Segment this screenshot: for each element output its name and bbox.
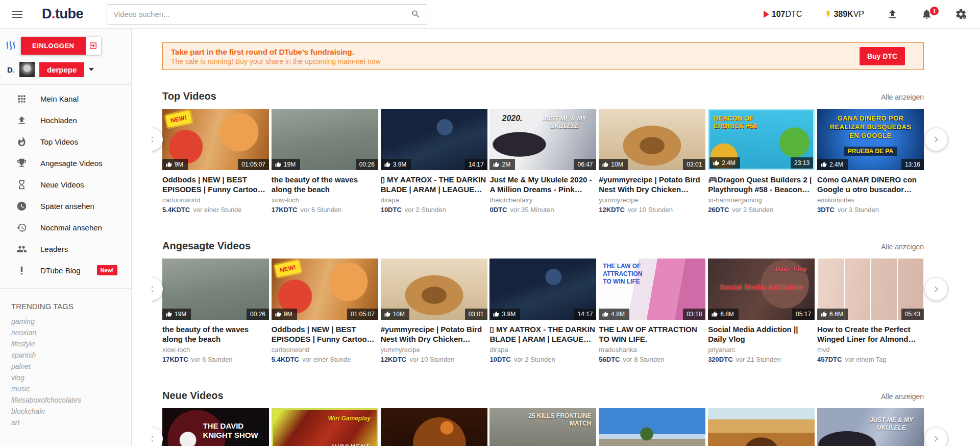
video-channel[interactable]: cartoonworld: [162, 196, 269, 204]
trending-tag[interactable]: lifestyle: [0, 338, 131, 349]
video-thumbnail[interactable]: JUST ME & MY UKULELE 2020. 2M 06:47: [489, 109, 596, 170]
trending-tag[interactable]: lifeisaboxofchocolates: [0, 394, 131, 406]
video-title[interactable]: How to Create the Perfect Winged Liner f…: [817, 324, 924, 344]
video-thumbnail[interactable]: BEACON OF ERDRICK #58 2.4M 23:13: [708, 109, 815, 170]
notifications-button[interactable]: 1: [921, 8, 933, 20]
video-channel[interactable]: madushanka: [599, 346, 705, 354]
video-thumbnail[interactable]: JUST ME & MY UKULELE: [817, 408, 924, 446]
trending-tag[interactable]: art: [0, 417, 131, 428]
video-card[interactable]: 10M 03:01 #yummyrecipe | Potato Bird Nes…: [599, 109, 705, 214]
video-title[interactable]: ▯ MY AATROX - THE DARKIN BLADE | ARAM | …: [381, 175, 487, 194]
video-thumbnail[interactable]: NEW! 9M 01:05:07: [272, 259, 378, 320]
video-card[interactable]: 3.9M 14:17 ▯ MY AATROX - THE DARKIN BLAD…: [489, 259, 596, 363]
video-thumbnail[interactable]: 6.6M 05:43: [817, 259, 924, 320]
video-card[interactable]: NEW! 9M 01:05:07 Oddbods | NEW | BEST EP…: [162, 109, 269, 214]
video-thumbnail[interactable]: 3.9M 14:17: [381, 109, 487, 170]
settings-button[interactable]: [955, 8, 967, 20]
video-card[interactable]: [599, 408, 705, 446]
video-thumbnail[interactable]: 19M 00:26: [162, 259, 269, 320]
video-title[interactable]: 🎮Dragon Quest Builders 2 | Playthrough #…: [708, 175, 815, 194]
trending-tag[interactable]: spanish: [0, 349, 131, 361]
buy-dtc-button[interactable]: Buy DTC: [860, 47, 905, 65]
carousel-prev-button[interactable]: [140, 278, 163, 300]
sidebar-item-angesagte-videos[interactable]: Angesagte Videos: [0, 152, 131, 174]
video-card[interactable]: Wiri Gameplay JUDGMENT: [272, 408, 378, 446]
sidebar-item-hochladen[interactable]: Hochladen: [0, 109, 131, 131]
video-card[interactable]: Social Media Addiction Daily Vlog 6.8M 0…: [708, 259, 815, 363]
trending-tag[interactable]: blockchain: [0, 406, 131, 417]
show-all-link[interactable]: Alle anzeigen: [881, 93, 924, 101]
video-card[interactable]: 25 KILLS FRONTLINE MATCH: [489, 408, 596, 446]
video-card[interactable]: GANA DINERO POR REALIZAR BUSQUEDAS EN GO…: [817, 109, 924, 214]
video-title[interactable]: #yummyrecipe | Potato Bird Nest With Dry…: [599, 175, 705, 194]
video-title[interactable]: #yummyrecipe | Potato Bird Nest With Dry…: [381, 324, 487, 344]
chevron-down-icon[interactable]: [89, 68, 94, 71]
video-channel[interactable]: xr-hammergaming: [708, 196, 815, 204]
video-channel[interactable]: xiow-loch: [272, 196, 378, 204]
trending-tag[interactable]: palnet: [0, 361, 131, 372]
sidebar-item-top-videos[interactable]: Top Videos: [0, 131, 131, 152]
username-chip[interactable]: derpepe: [39, 62, 84, 77]
video-card[interactable]: NEW! 9M 01:05:07 Oddbods | NEW | BEST EP…: [272, 259, 378, 363]
video-title[interactable]: Social Media Addiction || Daily Vlog: [708, 324, 815, 344]
video-channel[interactable]: priyanarc: [708, 346, 815, 354]
video-card[interactable]: 6.6M 05:43 How to Create the Perfect Win…: [817, 259, 924, 363]
video-channel[interactable]: cartoonworld: [272, 346, 378, 354]
video-thumbnail[interactable]: [599, 408, 705, 446]
video-thumbnail[interactable]: 10M 03:01: [381, 259, 487, 320]
upload-button[interactable]: [887, 8, 898, 20]
video-channel[interactable]: dirapa: [381, 196, 487, 204]
show-all-link[interactable]: Alle anzeigen: [881, 392, 924, 401]
video-thumbnail[interactable]: THE DAVID KNIGHT SHOW: [162, 408, 269, 446]
video-card[interactable]: THE LAW OF ATTRACTION TO WIN LIFE 4.8M 0…: [599, 259, 705, 363]
search-input[interactable]: [113, 10, 411, 18]
video-thumbnail[interactable]: GANA DINERO POR REALIZAR BUSQUEDAS EN GO…: [817, 109, 924, 170]
video-thumbnail[interactable]: THE LAW OF ATTRACTION TO WIN LIFE 4.8M 0…: [599, 259, 705, 320]
show-all-link[interactable]: Alle anzeigen: [881, 243, 924, 251]
video-channel[interactable]: mvd: [817, 346, 924, 354]
video-thumbnail[interactable]: Social Media Addiction Daily Vlog 6.8M 0…: [708, 259, 815, 320]
video-title[interactable]: Just Me & My Ukulele 2020 - A Million Dr…: [489, 175, 596, 194]
video-thumbnail[interactable]: 19M 00:26: [272, 109, 378, 170]
video-title[interactable]: ▯ MY AATROX - THE DARKIN BLADE | ARAM | …: [489, 324, 596, 344]
video-card[interactable]: THE DAVID KNIGHT SHOW: [162, 408, 269, 446]
dtc-balance[interactable]: 107DTC: [764, 10, 802, 19]
video-channel[interactable]: thekitchenfairy: [489, 196, 596, 204]
carousel-next-button[interactable]: [925, 278, 947, 300]
vp-balance[interactable]: 389KVP: [824, 10, 864, 19]
video-thumbnail[interactable]: 25 KILLS FRONTLINE MATCH: [489, 408, 596, 446]
video-title[interactable]: Oddbods | NEW | BEST EPISODES | Funny Ca…: [272, 324, 378, 344]
sidebar-item-nochmal-ansehen[interactable]: Nochmal ansehen: [0, 217, 131, 238]
video-card[interactable]: [708, 408, 815, 446]
menu-icon[interactable]: [12, 9, 22, 20]
sidebar-item-neue-videos[interactable]: Neue Videos: [0, 174, 131, 195]
video-card[interactable]: 19M 00:26 the beauty of the waves along …: [272, 109, 378, 214]
video-thumbnail[interactable]: [708, 408, 815, 446]
video-thumbnail[interactable]: NEW! 9M 01:05:07: [162, 109, 269, 170]
carousel-next-button[interactable]: [925, 428, 947, 446]
steem-icon[interactable]: [5, 41, 16, 51]
video-card[interactable]: 3.9M 14:17 ▯ MY AATROX - THE DARKIN BLAD…: [381, 109, 487, 214]
carousel-next-button[interactable]: [925, 128, 947, 151]
video-title[interactable]: the beauty of the waves along the beach: [162, 324, 269, 344]
video-thumbnail[interactable]: Wiri Gameplay JUDGMENT: [272, 408, 378, 446]
video-card[interactable]: 19M 00:26 the beauty of the waves along …: [162, 259, 269, 363]
video-card[interactable]: [381, 408, 487, 446]
sidebar-item-mein-kanal[interactable]: Mein Kanal: [0, 88, 131, 109]
login-button[interactable]: EINLOGGEN: [21, 37, 101, 55]
dtube-logo[interactable]: D.tube: [42, 6, 83, 22]
video-card[interactable]: JUST ME & MY UKULELE: [817, 408, 924, 446]
trending-tag[interactable]: gaming: [0, 316, 131, 327]
video-title[interactable]: Oddbods | NEW | BEST EPISODES | Funny Ca…: [162, 175, 269, 194]
video-card[interactable]: JUST ME & MY UKULELE 2020. 2M 06:47: [489, 109, 596, 214]
video-thumbnail[interactable]: [381, 408, 487, 446]
video-title[interactable]: Cómo GANAR DINERO con Google u otro busc…: [817, 175, 924, 194]
video-channel[interactable]: yummyrecipe: [599, 196, 705, 204]
trending-tag[interactable]: neoxian: [0, 327, 131, 338]
video-title[interactable]: the beauty of the waves along the beach: [272, 175, 378, 194]
carousel-prev-button[interactable]: [140, 128, 163, 151]
video-channel[interactable]: yummyrecipe: [381, 346, 487, 354]
video-channel[interactable]: emiliomorles: [817, 196, 924, 204]
trending-tag[interactable]: vlog: [0, 372, 131, 383]
sidebar-item-leaders[interactable]: Leaders: [0, 238, 131, 260]
